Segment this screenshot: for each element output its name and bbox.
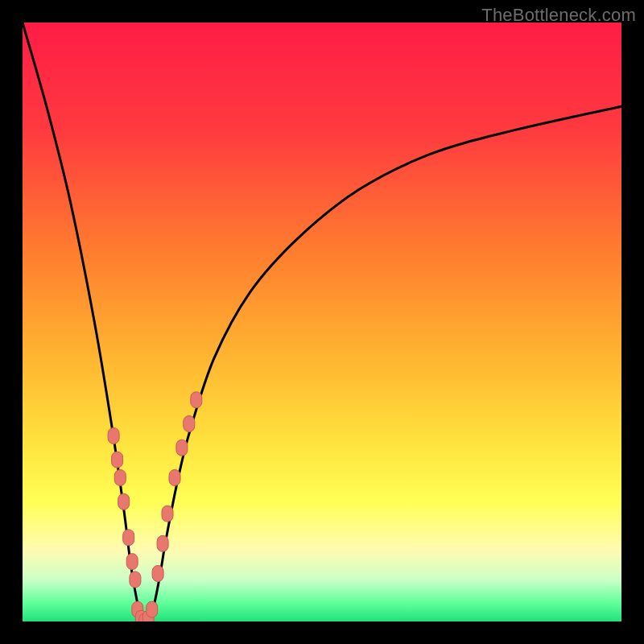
data-point	[112, 452, 123, 468]
data-point	[108, 427, 119, 444]
watermark-text: TheBottleneck.com	[481, 5, 636, 26]
data-point	[176, 440, 188, 456]
data-point	[130, 572, 141, 588]
data-point	[118, 493, 130, 510]
data-point	[114, 469, 126, 485]
data-point	[191, 392, 202, 408]
bottleneck-curve	[23, 23, 621, 621]
data-point	[169, 469, 180, 485]
data-point	[162, 506, 173, 522]
marker-layer	[108, 392, 202, 621]
data-point	[123, 530, 134, 546]
data-point	[184, 416, 195, 432]
plot-area	[23, 23, 621, 621]
data-point	[157, 535, 168, 551]
outer-frame: TheBottleneck.com	[0, 0, 644, 644]
data-point	[126, 554, 138, 570]
chart-svg	[23, 23, 621, 621]
data-point	[152, 566, 163, 582]
data-point	[147, 601, 158, 617]
